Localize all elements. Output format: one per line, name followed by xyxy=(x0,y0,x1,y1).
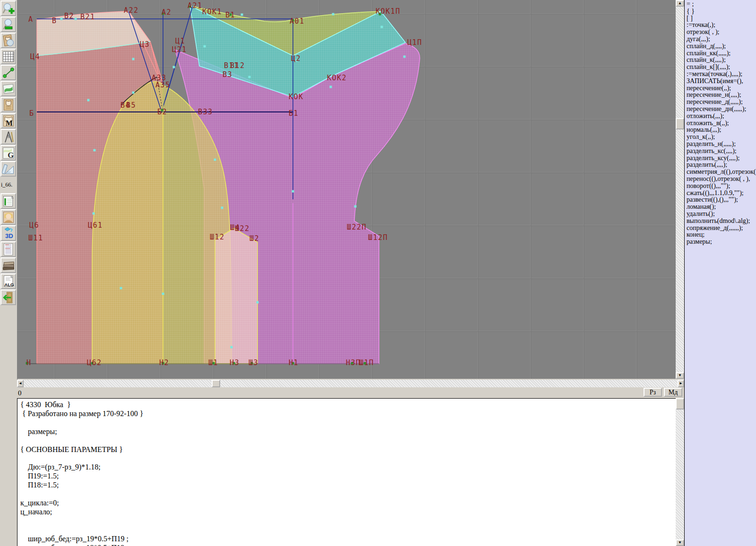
command-item[interactable]: отрезок( , ); xyxy=(687,29,756,36)
editor-vscroll-down-arrow[interactable]: ▼ xyxy=(676,539,684,546)
svg-text:M: M xyxy=(5,119,12,127)
curve-handle[interactable] xyxy=(221,207,223,209)
curve-handle[interactable] xyxy=(75,18,77,20)
command-item[interactable]: выполнить(dmod\.alg); xyxy=(687,218,756,225)
point-label: Ц4 xyxy=(30,52,40,61)
books-icon[interactable] xyxy=(0,257,16,273)
preview-pattern-icon[interactable] xyxy=(0,33,16,48)
command-item[interactable]: пересечение(,,); xyxy=(687,85,756,92)
model-photo-icon[interactable] xyxy=(0,209,16,225)
command-item[interactable]: поворот((),,,""); xyxy=(687,183,756,190)
command-item[interactable]: разделить_кс(,,,,); xyxy=(687,148,756,155)
command-item[interactable]: сплайн_к(,,,,); xyxy=(687,57,756,64)
command-item[interactable]: отложить_в(,,); xyxy=(687,120,756,127)
command-item[interactable]: угол_к(,,); xyxy=(687,134,756,141)
editor-vscrollbar[interactable]: ▼ xyxy=(676,398,684,546)
algorithm-code[interactable]: { 4330 Юбка } { Разработано на размер 17… xyxy=(20,401,676,546)
command-item[interactable]: :=метка(точка(,),,,,); xyxy=(687,71,756,78)
canvas-hscroll-left-arrow[interactable]: ◄ xyxy=(17,380,24,387)
command-item[interactable]: сплайн_кк(,,,,,); xyxy=(687,50,756,57)
command-item[interactable]: ЗАПИСАТЬ(имя=(), xyxy=(687,78,756,85)
command-item[interactable]: пересечение_н(,,,,); xyxy=(687,92,756,99)
command-item[interactable]: сжать((),,,1.1,0.9,""); xyxy=(687,190,756,197)
curve-handle[interactable] xyxy=(60,18,63,20)
algorithm-text-editor[interactable]: { 4330 Юбка } { Разработано на размер 17… xyxy=(17,398,676,546)
curve-handle[interactable] xyxy=(292,190,294,193)
document-list-icon[interactable] xyxy=(0,241,16,257)
curve-handle[interactable] xyxy=(231,346,233,349)
command-item[interactable]: конец; xyxy=(687,231,756,239)
curve-handle[interactable] xyxy=(93,213,95,215)
curve-handle[interactable] xyxy=(120,287,122,290)
point-label: КОК1 xyxy=(202,8,222,16)
canvas-hscroll-thumb[interactable] xyxy=(212,380,220,387)
point-label: Н3П xyxy=(346,358,361,367)
zoom-in-icon[interactable] xyxy=(0,0,16,16)
rz-button[interactable]: Рз xyxy=(644,388,662,397)
letter-m-icon[interactable]: M xyxy=(0,113,16,128)
command-item[interactable]: перенос((),отрезок( , ), xyxy=(687,176,756,183)
command-item[interactable]: пересечение_дн(,,,,,); xyxy=(687,106,756,113)
grid-icon[interactable] xyxy=(0,49,16,64)
curve-handle[interactable] xyxy=(162,293,164,295)
command-item[interactable]: { } xyxy=(687,8,756,15)
canvas-vscroll-down-arrow[interactable]: ▼ xyxy=(676,372,684,379)
command-item[interactable]: = ; xyxy=(687,1,756,8)
curve-handle[interactable] xyxy=(381,26,383,28)
command-item[interactable]: отложить(,,,); xyxy=(687,113,756,120)
command-item[interactable]: пересечение_д(,,,,,); xyxy=(687,99,756,106)
command-item[interactable]: разделить_ксу(,,,,); xyxy=(687,155,756,162)
command-item[interactable]: [ ] xyxy=(687,15,756,22)
curve-handle[interactable] xyxy=(241,14,243,16)
canvas-vscroll-up-arrow[interactable]: ▲ xyxy=(676,0,684,7)
md-button[interactable]: Мд xyxy=(664,388,682,397)
curve-handle[interactable] xyxy=(87,99,90,102)
pattern-drawing[interactable]: АВВ2В21А22А2А21КОК1В1А01КОК1ПЦ1ПЦ4Ц3Ц1Ц2… xyxy=(17,0,676,379)
pattern-piece-icon[interactable] xyxy=(0,97,16,112)
map-icon[interactable] xyxy=(0,81,16,96)
curve-handle[interactable] xyxy=(132,58,135,60)
three-d-icon[interactable]: 3D xyxy=(0,225,16,241)
command-item[interactable]: размеры; xyxy=(687,239,756,246)
command-item[interactable]: сплайн_д(,,,,); xyxy=(687,43,756,50)
curve-handle[interactable] xyxy=(132,92,135,94)
curve-handle[interactable] xyxy=(94,149,96,152)
command-item[interactable]: нормаль(,,,); xyxy=(687,127,756,134)
alg-document-icon[interactable]: ALG xyxy=(0,273,16,289)
canvas-hscrollbar[interactable]: ◄ ► xyxy=(17,380,684,387)
point-label: Ш1 xyxy=(208,358,218,367)
measure-segment-icon[interactable] xyxy=(0,65,16,80)
curve-handle[interactable] xyxy=(330,86,332,88)
command-item[interactable]: сопряжение_д(,,,,,,); xyxy=(687,225,756,232)
curve-handle[interactable] xyxy=(257,301,259,304)
ruler-triangle-icon[interactable] xyxy=(0,161,16,177)
command-item[interactable]: разделить(,,,,); xyxy=(687,162,756,169)
curve-handle[interactable] xyxy=(354,205,357,208)
canvas-hscroll-right-arrow[interactable]: ► xyxy=(678,380,684,387)
command-item[interactable]: разделить_н(,,,,,); xyxy=(687,141,756,148)
curve-handle[interactable] xyxy=(332,13,335,16)
command-item[interactable]: сплайн_к[](,,,,); xyxy=(687,64,756,71)
exit-icon[interactable] xyxy=(0,290,16,305)
i66-label[interactable]: i_66. xyxy=(0,177,16,193)
command-item[interactable]: дуга(,,,); xyxy=(687,36,756,43)
command-item[interactable]: ломаная(); xyxy=(687,204,756,211)
canvas-vscrollbar[interactable]: ▲ ▼ xyxy=(676,0,684,379)
editor-vscroll-thumb[interactable] xyxy=(676,398,684,410)
curve-handle[interactable] xyxy=(249,76,251,78)
curve-handle[interactable] xyxy=(404,56,406,58)
canvas-vscroll-thumb[interactable] xyxy=(676,118,684,129)
letter-g-icon[interactable]: G xyxy=(0,145,16,161)
curve-handle[interactable] xyxy=(204,45,206,48)
point-label: А2 xyxy=(162,8,172,17)
drafting-tools-icon[interactable]: А xyxy=(0,129,16,145)
command-item[interactable]: :=точка(,); xyxy=(687,22,756,29)
drawing-canvas[interactable]: АВВ2В21А22А2А21КОК1В1А01КОК1ПЦ1ПЦ4Ц3Ц1Ц2… xyxy=(17,0,676,379)
command-item[interactable]: развести((),(),,,""); xyxy=(687,196,756,204)
command-item[interactable]: симметрия_л((),отрезок( , ) xyxy=(687,169,756,176)
zoom-out-icon[interactable] xyxy=(0,17,16,32)
curve-handle[interactable] xyxy=(214,159,216,161)
curve-handle[interactable] xyxy=(173,66,175,68)
command-item[interactable]: удалить(); xyxy=(687,211,756,218)
size-table-icon[interactable] xyxy=(0,193,16,209)
